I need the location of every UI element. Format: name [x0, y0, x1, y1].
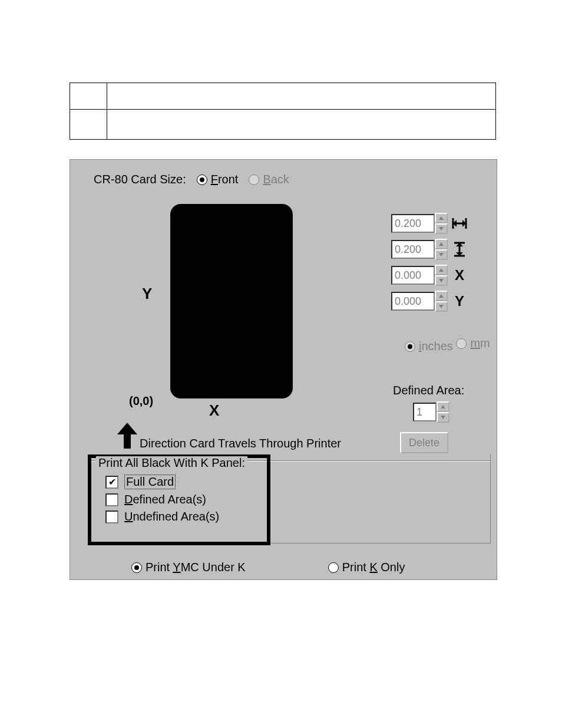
direction-label: Direction Card Travels Through Printer [140, 437, 341, 450]
x-step-down[interactable] [435, 275, 448, 286]
table-cell [70, 83, 107, 110]
y-axis-label: Y [142, 285, 152, 303]
radio-front[interactable]: Front [197, 173, 239, 186]
y-step-up[interactable] [435, 291, 448, 301]
svg-marker-6 [439, 253, 444, 256]
checkbox-full-card[interactable]: ✔ Full Card [105, 475, 219, 489]
radio-back[interactable]: Back [249, 173, 289, 186]
defined-area-step-down[interactable] [437, 412, 449, 423]
direction-arrow-icon [117, 423, 137, 452]
radio-print-k-only[interactable]: Print K Only [328, 561, 405, 574]
y-input[interactable]: 0.000 [391, 292, 435, 311]
width-step-up[interactable] [435, 213, 448, 223]
units-group: inches mm [405, 337, 490, 357]
radio-front-label: Front [211, 173, 239, 186]
checkbox-undefined-areas[interactable]: Undefined Area(s) [105, 510, 219, 523]
delete-button[interactable]: Delete [400, 432, 448, 453]
checkbox-icon [105, 493, 118, 506]
y-step-down[interactable] [435, 301, 448, 312]
checkbox-icon [105, 510, 118, 523]
radio-dot-icon [456, 338, 467, 349]
svg-marker-0 [439, 216, 444, 220]
radio-mm-label: mm [470, 337, 490, 350]
svg-marker-12 [439, 294, 444, 298]
radio-print-ymc-under-k[interactable]: Print YMC Under K [131, 561, 246, 574]
k-panel-group-title: Print All Black With K Panel: [96, 456, 247, 470]
svg-marker-15 [441, 416, 445, 419]
table-cell [107, 110, 496, 140]
x-input[interactable]: 0.000 [391, 266, 435, 285]
svg-marker-10 [439, 268, 444, 272]
width-step-down[interactable] [435, 223, 448, 234]
svg-marker-13 [439, 305, 444, 308]
checkbox-icon: ✔ [105, 476, 118, 489]
radio-dot-icon [405, 341, 415, 352]
radio-dot-icon [328, 562, 339, 573]
defined-area-input[interactable]: 1 [413, 403, 437, 421]
x-icon: X [451, 267, 468, 284]
height-icon [451, 241, 468, 258]
defined-area-step-up[interactable] [437, 401, 449, 412]
height-step-down[interactable] [435, 249, 448, 260]
x-axis-label: X [209, 401, 219, 420]
defined-area-label: Defined Area: [393, 384, 464, 397]
radio-dot-icon [249, 174, 259, 185]
checkbox-defined-areas-label: Defined Area(s) [124, 493, 206, 506]
radio-back-label: Back [263, 173, 289, 186]
checkbox-full-card-label: Full Card [124, 475, 176, 489]
height-step-up[interactable] [435, 239, 448, 249]
x-step-up[interactable] [435, 265, 448, 275]
origin-label: (0,0) [129, 394, 153, 408]
y-icon: Y [451, 293, 468, 309]
card-preview [170, 204, 293, 398]
radio-inches-label: inches [419, 340, 453, 353]
table-cell [107, 83, 496, 110]
checkbox-undefined-areas-label: Undefined Area(s) [124, 510, 219, 523]
radio-print-k-only-label: Print K Only [342, 561, 405, 574]
card-settings-panel: CR-80 Card Size: Front Back Y X (0,0) 0.… [70, 159, 497, 580]
radio-dot-icon [131, 562, 142, 573]
svg-marker-11 [439, 279, 444, 282]
radio-mm[interactable]: mm [456, 337, 490, 350]
table-cell [70, 110, 107, 140]
svg-marker-1 [439, 227, 444, 230]
delete-button-label: Delete [409, 437, 439, 449]
checkbox-defined-areas[interactable]: Defined Area(s) [105, 493, 219, 506]
dimension-spinners: 0.200 0.200 0.000 [391, 213, 468, 317]
svg-marker-14 [441, 405, 445, 409]
height-input[interactable]: 0.200 [391, 240, 435, 259]
svg-marker-16 [117, 423, 137, 449]
width-icon [451, 215, 468, 232]
width-input[interactable]: 0.200 [391, 214, 435, 233]
radio-dot-icon [197, 174, 207, 185]
top-table [70, 83, 496, 140]
radio-inches[interactable]: inches [405, 340, 453, 353]
radio-print-ymc-under-k-label: Print YMC Under K [146, 561, 246, 574]
svg-marker-5 [439, 242, 444, 246]
card-size-label: CR-80 Card Size: [94, 173, 186, 186]
